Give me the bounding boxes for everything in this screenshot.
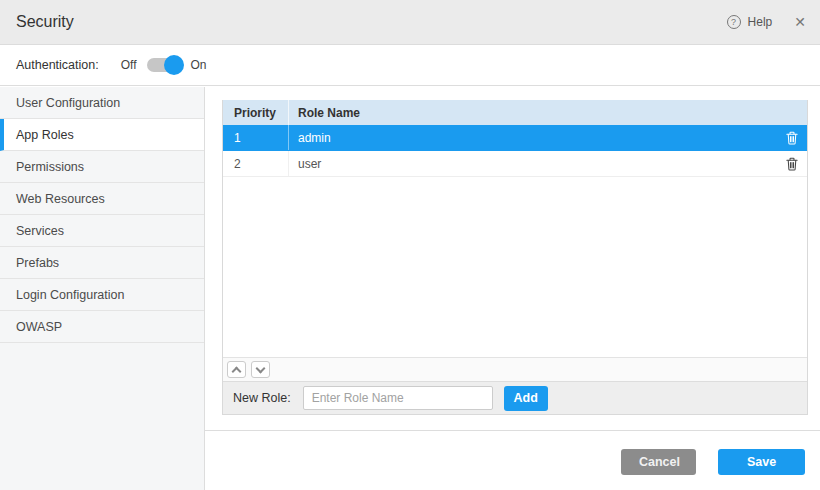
toggle-off-label: Off [121, 58, 137, 72]
sidebar-item-permissions[interactable]: Permissions [0, 151, 204, 183]
help-label[interactable]: Help [748, 15, 773, 29]
app-roles-panel: Priority Role Name 1 admin 2 [205, 87, 820, 490]
content-area: User Configuration App Roles Permissions… [0, 87, 820, 490]
new-role-label: New Role: [233, 391, 291, 405]
row-priority: 1 [223, 125, 289, 150]
sidebar-item-login-configuration[interactable]: Login Configuration [0, 279, 204, 311]
delete-role-button[interactable] [777, 157, 807, 171]
trash-icon [786, 157, 798, 171]
close-icon[interactable]: ✕ [794, 15, 806, 29]
authentication-label: Authentication: [16, 58, 99, 72]
column-header-priority: Priority [223, 100, 289, 125]
cancel-button[interactable]: Cancel [621, 449, 696, 475]
chevron-down-icon [256, 363, 266, 373]
help-button[interactable]: ? Help [727, 15, 773, 29]
sidebar-item-services[interactable]: Services [0, 215, 204, 247]
delete-role-button[interactable] [777, 131, 807, 145]
sidebar-item-web-resources[interactable]: Web Resources [0, 183, 204, 215]
sidebar-item-user-configuration[interactable]: User Configuration [0, 87, 204, 119]
new-role-input[interactable] [303, 386, 493, 410]
save-button[interactable]: Save [718, 449, 805, 475]
new-role-bar: New Role: Add [223, 381, 807, 414]
authentication-bar: Authentication: Off On [0, 45, 820, 86]
toggle-on-label: On [191, 58, 207, 72]
footer-divider [205, 430, 820, 431]
move-up-button[interactable] [227, 361, 246, 378]
chevron-up-icon [232, 366, 242, 376]
table-row-admin[interactable]: 1 admin [223, 125, 807, 151]
column-header-role-name: Role Name [289, 106, 807, 120]
roles-table-header: Priority Role Name [223, 100, 807, 125]
footer-actions: Cancel Save [621, 449, 805, 475]
sidebar-item-owasp[interactable]: OWASP [0, 311, 204, 343]
roles-table: Priority Role Name 1 admin 2 [222, 100, 808, 415]
table-empty-space [223, 177, 807, 357]
move-down-button[interactable] [251, 361, 270, 378]
help-icon[interactable]: ? [727, 15, 741, 29]
row-role-name: admin [289, 131, 777, 145]
table-row-user[interactable]: 2 user [223, 151, 807, 177]
page-title: Security [16, 13, 74, 31]
authentication-toggle[interactable] [147, 58, 181, 72]
row-priority: 2 [223, 151, 289, 176]
sidebar-item-app-roles[interactable]: App Roles [0, 119, 204, 151]
toggle-knob[interactable] [164, 55, 184, 75]
row-role-name: user [289, 157, 777, 171]
trash-icon [786, 131, 798, 145]
sidebar-item-prefabs[interactable]: Prefabs [0, 247, 204, 279]
reorder-strip [223, 357, 807, 381]
security-sidebar: User Configuration App Roles Permissions… [0, 87, 205, 490]
add-role-button[interactable]: Add [504, 386, 548, 411]
dialog-titlebar: Security ? Help ✕ [0, 0, 820, 45]
